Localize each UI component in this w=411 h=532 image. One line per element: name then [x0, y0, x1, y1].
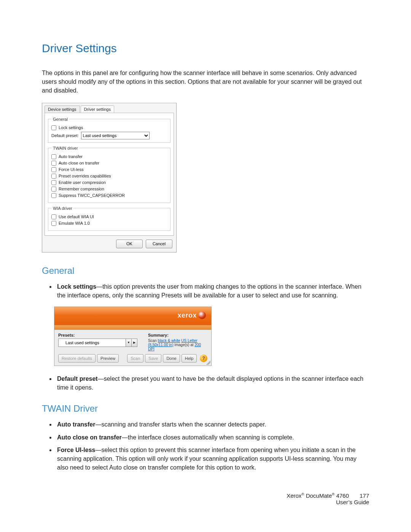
checkbox-lock-settings[interactable]: Lock settings: [51, 125, 167, 130]
heading-general: General: [42, 265, 369, 276]
checkbox-force-uiless[interactable]: Force UI-less: [51, 167, 167, 172]
default-preset-label: Default preset:: [51, 133, 79, 138]
bullet-default-preset: Default preset—select the preset you wan…: [56, 374, 369, 392]
checkbox-default-wia-ui[interactable]: Use default WIA UI: [51, 214, 167, 219]
bullet-auto-transfer: Auto transfer—scanning and transfer star…: [56, 420, 369, 429]
resize-grip-icon[interactable]: [206, 360, 210, 365]
restore-defaults-button[interactable]: Restore defaults: [58, 354, 96, 363]
lock-settings-input[interactable]: [51, 125, 56, 130]
preset-select[interactable]: [58, 339, 126, 347]
default-preset-select[interactable]: Last used settings: [81, 132, 150, 139]
group-wia: WIA driver Use default WIA UI Emulate WI…: [48, 206, 170, 231]
tab-driver-settings[interactable]: Driver settings: [81, 105, 114, 113]
legend-wia: WIA driver: [51, 206, 74, 211]
ok-button[interactable]: OK: [116, 240, 143, 248]
bullet-force-uiless: Force UI-less—select this option to prev…: [56, 446, 369, 472]
legend-general: General: [51, 117, 69, 121]
page-title: Driver Settings: [42, 42, 369, 55]
page-number: 177: [360, 492, 369, 499]
bullet-auto-close: Auto close on transfer—the interface clo…: [56, 433, 369, 442]
scan-button[interactable]: Scan: [127, 354, 143, 363]
chevron-right-icon[interactable]: ▶: [132, 339, 137, 347]
xerox-ball-icon: [198, 312, 206, 319]
help-button[interactable]: Help: [182, 354, 197, 363]
checkbox-emulate-wia[interactable]: Emulate WIA 1.0: [51, 221, 167, 226]
legend-twain: TWAIN driver: [51, 146, 80, 150]
summary-link-bw[interactable]: black & white: [158, 339, 180, 343]
checkbox-preset-overrides[interactable]: Preset overrides capabilities: [51, 174, 167, 179]
heading-twain-driver: TWAIN Driver: [42, 403, 369, 414]
summary-label: Summary:: [148, 333, 207, 337]
group-twain: TWAIN driver Auto transfer Auto close on…: [48, 146, 170, 203]
tab-device-settings[interactable]: Device settings: [45, 105, 80, 113]
checkbox-suppress-error[interactable]: Suppress TWCC_CAPSEQERROR: [51, 193, 167, 198]
bullet-lock-settings: Lock settings—this option prevents the u…: [56, 282, 369, 300]
page-footer: Xerox® DocuMate® 4760 177 User’s Guide: [287, 492, 369, 505]
checkbox-auto-close[interactable]: Auto close on transfer: [51, 161, 167, 166]
group-general: General Lock settings Default preset: La…: [48, 117, 170, 143]
xerox-preset-panel: xerox Presets: ▼ ▶ Summary: Scan black &…: [54, 307, 212, 366]
checkbox-enable-compression[interactable]: Enable user compression: [51, 180, 167, 185]
done-button[interactable]: Done: [163, 354, 180, 363]
save-button[interactable]: Save: [145, 354, 161, 363]
checkbox-auto-transfer[interactable]: Auto transfer: [51, 154, 167, 159]
preview-button[interactable]: Preview: [97, 354, 119, 363]
intro-paragraph: The options in this panel are for config…: [42, 69, 369, 95]
chevron-down-icon[interactable]: ▼: [126, 339, 132, 347]
driver-settings-dialog: Device settings Driver settings General …: [42, 103, 177, 252]
lock-settings-label: Lock settings: [59, 125, 83, 130]
cancel-button[interactable]: Cancel: [146, 240, 172, 248]
summary-text: Scan black & white US Letter (8.50x11.00…: [148, 339, 207, 351]
checkbox-remember-compression[interactable]: Remember compression: [51, 187, 167, 192]
presets-label: Presets:: [58, 333, 137, 337]
xerox-logo: xerox: [177, 312, 206, 320]
